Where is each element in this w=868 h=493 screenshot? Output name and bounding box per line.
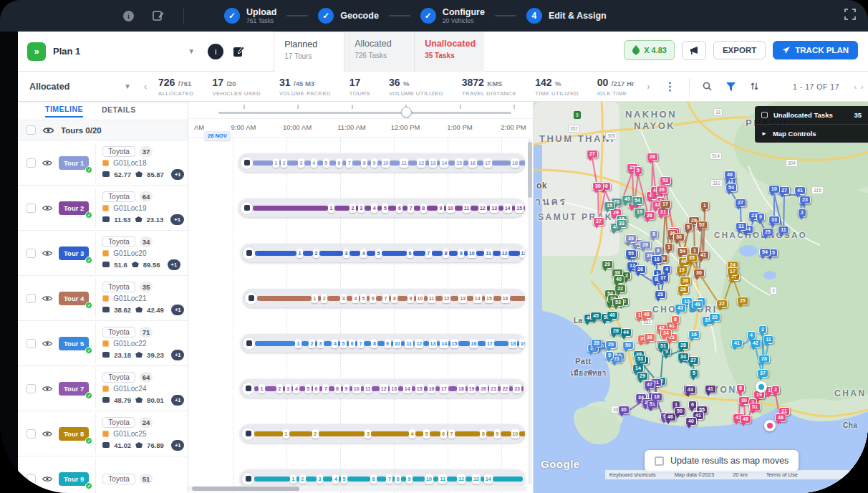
step-configure[interactable]: ✓Configure20 Vehicles	[420, 8, 485, 24]
tour-row[interactable]: Tour 1✓Toyota37G01Loc1852.7785.87+1	[18, 140, 188, 186]
tour-row[interactable]: Tour 5✓Toyota71G01Loc2223.1839.23+1	[18, 321, 188, 366]
stop-chip[interactable]: 4	[311, 158, 317, 168]
map-task-marker[interactable]: 26	[647, 153, 658, 161]
stop-chip[interactable]: 3	[285, 384, 291, 393]
stop-chip[interactable]: 10	[382, 158, 390, 168]
stop-chip[interactable]: 18	[508, 339, 517, 348]
stop-chip[interactable]: 5	[323, 158, 329, 168]
eye-icon[interactable]	[42, 340, 52, 347]
gantt-row[interactable]: 123456789101112131415161718192021	[188, 321, 527, 366]
stop-chip[interactable]: 7	[425, 249, 432, 258]
extra-badge[interactable]: +1	[171, 169, 185, 180]
map-task-marker[interactable]: 11	[763, 335, 773, 344]
map-task-marker[interactable]: 54	[632, 196, 643, 205]
stop-chip[interactable]: 18	[511, 158, 519, 168]
stop-chip[interactable]: 2	[313, 249, 319, 258]
map-task-marker[interactable]: 54	[759, 248, 771, 257]
stop-chip[interactable]: 10	[511, 429, 520, 439]
gantt-row[interactable]: 12345678910111213141516171819	[188, 276, 527, 321]
tour-checkbox[interactable]	[26, 384, 36, 393]
stop-chip[interactable]: 2	[299, 474, 306, 484]
map-task-marker[interactable]: 46	[740, 415, 751, 423]
map-task-marker[interactable]: 30	[592, 182, 604, 191]
extra-badge[interactable]: +1	[170, 214, 184, 225]
map-task-marker[interactable]: 5	[605, 351, 614, 360]
stop-chip[interactable]: 1	[283, 429, 289, 439]
map-task-marker[interactable]: 49	[692, 300, 703, 309]
map-task-marker[interactable]: 17	[727, 267, 738, 276]
stop-chip[interactable]: 7	[448, 429, 455, 439]
map-task-marker[interactable]: 40	[613, 275, 625, 284]
map-task-marker[interactable]: 50	[674, 407, 685, 416]
fullscreen-icon[interactable]	[844, 8, 857, 21]
stats-scroll-left-icon[interactable]: ‹	[144, 82, 147, 92]
stop-chip[interactable]: 2	[349, 204, 356, 213]
stop-chip[interactable]: 11	[484, 249, 492, 258]
stop-chip[interactable]: 11	[428, 294, 435, 303]
map-task-marker[interactable]: 38	[644, 333, 655, 342]
map-task-marker[interactable]: 28	[655, 290, 666, 299]
tour-badge[interactable]: Tour 8✓	[59, 427, 89, 441]
map-task-marker[interactable]: 29	[602, 260, 613, 269]
attribution-item[interactable]: 20 km	[733, 472, 747, 478]
filter-icon[interactable]	[726, 82, 736, 91]
stop-chip[interactable]: 6	[396, 204, 402, 213]
tour-badge[interactable]: Tour 1✓	[59, 156, 89, 170]
stop-chip[interactable]: 9	[438, 204, 444, 213]
stop-chip[interactable]: 15	[485, 294, 493, 303]
stop-chip[interactable]: 11	[364, 384, 372, 393]
map-task-marker[interactable]: 40	[607, 311, 618, 320]
eye-icon[interactable]	[42, 476, 52, 482]
stop-chip[interactable]: 12	[417, 158, 425, 168]
map-task-marker[interactable]: 52	[696, 221, 708, 229]
stop-chip[interactable]: 15	[450, 339, 459, 348]
map-task-marker[interactable]: 37	[757, 369, 768, 378]
tour-checkbox[interactable]	[26, 204, 36, 213]
unallocated-tasks-toggle[interactable]: Unallocated Tasks 35	[755, 106, 868, 124]
plan-info-icon[interactable]: i	[208, 44, 223, 59]
map-task-marker[interactable]: 53	[635, 355, 646, 363]
map-task-marker[interactable]: 30	[618, 406, 630, 414]
stop-chip[interactable]: 10	[416, 294, 425, 303]
stop-chip[interactable]: 3	[365, 429, 371, 439]
extra-badge[interactable]: +1	[171, 395, 185, 406]
map-task-marker[interactable]: 34	[677, 353, 689, 361]
search-icon[interactable]	[703, 82, 712, 91]
stop-chip[interactable]: 6	[370, 474, 377, 484]
map-task-marker[interactable]: 33	[768, 216, 780, 224]
stop-chip[interactable]: 9	[343, 384, 349, 393]
vertical-scrollbar[interactable]	[528, 139, 532, 484]
stop-chip[interactable]: 13	[520, 249, 525, 258]
tab-details[interactable]: DETAILS	[102, 105, 136, 117]
map-task-marker[interactable]: 2	[771, 386, 780, 394]
tours-visibility-icon[interactable]	[43, 127, 54, 134]
map-task-marker[interactable]: 40	[685, 417, 697, 426]
tour-badge[interactable]: Tour 5✓	[59, 337, 89, 350]
tour-checkbox[interactable]	[26, 429, 36, 439]
map-task-marker[interactable]: 43	[685, 386, 696, 394]
stop-chip[interactable]: 8	[480, 429, 486, 439]
timeline-slider-track[interactable]	[218, 112, 511, 114]
stop-chip[interactable]: 8	[420, 204, 427, 213]
stop-chip[interactable]: 2	[276, 384, 283, 393]
stop-chip[interactable]: 8	[391, 294, 397, 303]
map-task-marker[interactable]: 18	[651, 393, 662, 401]
map-task-marker[interactable]: 4	[747, 331, 756, 340]
eco-score-badge[interactable]: X 4.83	[624, 40, 675, 60]
stop-chip[interactable]: 4	[371, 204, 377, 213]
stats-menu-icon[interactable]: ⋮	[665, 80, 676, 93]
map-task-marker[interactable]: 15	[604, 201, 615, 210]
map-task-marker[interactable]: 27	[735, 198, 746, 207]
stop-chip[interactable]: 2	[309, 339, 315, 348]
unallocated-tasks-checkbox[interactable]	[761, 112, 768, 118]
vertical-scrollbar-thumb[interactable]	[528, 142, 532, 198]
stop-chip[interactable]: 14	[440, 158, 448, 168]
stop-chip[interactable]: 17	[486, 339, 494, 348]
stop-chip[interactable]: 10	[425, 474, 433, 484]
map-task-marker[interactable]: 25	[737, 297, 748, 305]
stop-chip[interactable]: 1	[312, 294, 318, 303]
stop-chip[interactable]: 6	[407, 249, 413, 258]
stop-chip[interactable]: 8	[395, 474, 401, 484]
map-task-marker[interactable]: 28	[677, 341, 689, 350]
map-task-marker[interactable]: 51	[749, 403, 761, 411]
